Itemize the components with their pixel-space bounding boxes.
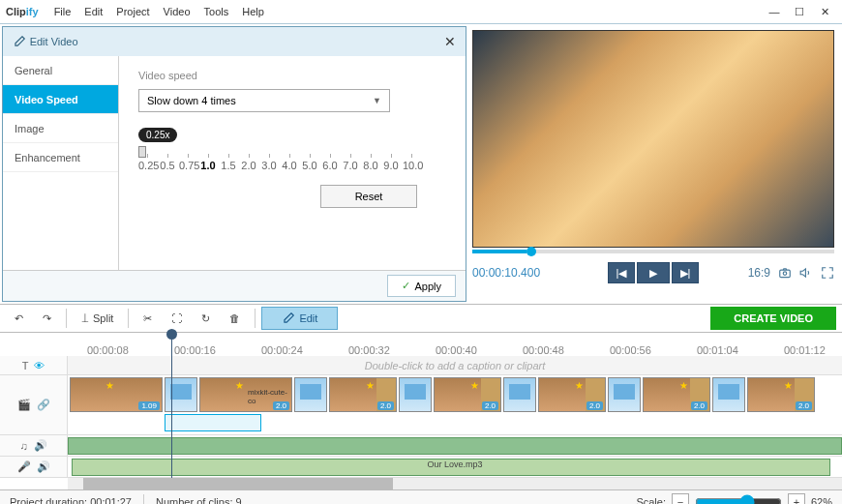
menu-tools[interactable]: Tools	[204, 6, 229, 17]
edit-video-panel: Edit Video ✕ General Video Speed Image E…	[2, 26, 466, 302]
menu-edit[interactable]: Edit	[84, 6, 103, 17]
time-ruler[interactable]: 00:00:08 00:00:16 00:00:24 00:00:32 00:0…	[0, 333, 842, 356]
video-track-icon: 🎬	[17, 399, 31, 411]
fullscreen-icon[interactable]	[821, 266, 834, 280]
crop-button[interactable]: ⛶	[163, 308, 191, 329]
edit-panel-title: Edit Video	[30, 36, 78, 47]
progress-thumb[interactable]	[526, 247, 536, 256]
clip-1[interactable]: ★1.09	[70, 377, 163, 412]
status-bar: Project duration: 00:01:27 Number of cli…	[0, 489, 842, 504]
dropdown-arrow-icon: ▼	[373, 96, 381, 105]
aspect-ratio[interactable]: 16:9	[748, 266, 770, 280]
tab-enhancement[interactable]: Enhancement	[3, 143, 118, 172]
menu-file[interactable]: File	[54, 6, 72, 17]
undo-button[interactable]: ↶	[6, 308, 32, 330]
text-track-icon: T	[22, 360, 29, 371]
menu-project[interactable]: Project	[116, 6, 149, 17]
split-button[interactable]: ⟘Split	[73, 308, 122, 330]
app-logo: Clipify	[6, 6, 39, 17]
audio-track-1: ♫🔊	[0, 435, 842, 457]
audio-track-2: 🎤🔊 Our Love.mp3	[0, 457, 842, 478]
visibility-icon[interactable]: 👁	[34, 360, 45, 371]
link-icon[interactable]: 🔗	[37, 399, 50, 411]
rotate-button[interactable]: ↻	[193, 308, 219, 330]
text-track: T 👁 Double-click to add a caption or cli…	[0, 356, 842, 375]
text-track-body[interactable]: Double-click to add a caption or clipart	[68, 356, 842, 374]
clips-label: Number of clips:	[156, 496, 232, 505]
redo-button[interactable]: ↷	[34, 308, 60, 330]
audio-clip-name: Our Love.mp3	[427, 460, 482, 469]
video-track-body[interactable]: ★1.09 ★mixkit-cute-co2.0 ★2.0 ★2.0 ★2.0 …	[68, 375, 842, 434]
video-preview[interactable]	[472, 30, 834, 248]
zoom-out-button[interactable]: −	[672, 493, 689, 505]
speed-slider[interactable]	[138, 146, 446, 158]
svg-rect-0	[780, 270, 791, 278]
clips-value: 9	[236, 496, 242, 505]
menu-video[interactable]: Video	[164, 6, 191, 17]
speaker-icon[interactable]: 🔊	[37, 460, 50, 473]
next-button[interactable]: ▶|	[672, 262, 699, 283]
tab-video-speed[interactable]: Video Speed	[3, 85, 118, 114]
maximize-button[interactable]: ☐	[788, 2, 811, 21]
speed-bubble: 0.25x	[138, 128, 177, 142]
apply-button[interactable]: ✓Apply	[387, 275, 456, 297]
speaker-icon[interactable]: 🔊	[34, 439, 47, 452]
close-window-button[interactable]: ✕	[813, 2, 836, 21]
close-panel-button[interactable]: ✕	[444, 34, 456, 49]
clip-6[interactable]: ★2.0	[643, 377, 710, 412]
check-icon: ✓	[402, 280, 410, 292]
audio2-body[interactable]: Our Love.mp3	[68, 457, 842, 477]
minimize-button[interactable]: —	[763, 2, 786, 21]
delete-button[interactable]: 🗑	[221, 308, 249, 329]
toolbar: ↶ ↷ ⟘Split ✂ ⛶ ↻ 🗑 Edit CREATE VIDEO	[0, 304, 842, 333]
zoom-in-button[interactable]: +	[788, 493, 805, 505]
play-button[interactable]: ▶	[637, 262, 670, 283]
transition-1[interactable]	[165, 377, 197, 412]
transition-4[interactable]	[503, 377, 536, 412]
menu-help[interactable]: Help	[242, 6, 264, 17]
video-speed-label: Video speed	[138, 70, 446, 81]
playhead[interactable]	[171, 333, 172, 478]
audio1-body[interactable]	[68, 435, 842, 456]
mic-track-icon: 🎤	[17, 460, 31, 473]
title-bar: Clipify File Edit Project Video Tools He…	[0, 0, 842, 23]
timeline: 00:00:08 00:00:16 00:00:24 00:00:32 00:0…	[0, 333, 842, 489]
camera-icon[interactable]	[778, 266, 792, 280]
edit-icon	[13, 35, 26, 48]
tab-image[interactable]: Image	[3, 114, 118, 143]
reset-button[interactable]: Reset	[320, 185, 417, 208]
video-track: 🎬 🔗 ★1.09 ★mixkit-cute-co2.0 ★2.0 ★2.0 ★…	[0, 375, 842, 435]
clip-5[interactable]: ★2.0	[538, 377, 606, 412]
timeline-scrollbar[interactable]	[68, 478, 842, 489]
duration-value: 00:01:27	[90, 496, 132, 505]
slider-scale: 0.250.50.751.01.52.03.04.05.06.07.08.09.…	[138, 160, 446, 171]
scale-value: 62%	[811, 496, 832, 505]
transition-5[interactable]	[608, 377, 641, 412]
svg-point-1	[783, 272, 787, 276]
menu-bar: File Edit Project Video Tools Help	[54, 6, 264, 17]
tab-general[interactable]: General	[3, 56, 118, 85]
clip-3[interactable]: ★2.0	[329, 377, 397, 412]
scale-label: Scale:	[636, 496, 666, 505]
preview-pane: 00:00:10.400 |◀ ▶ ▶| 16:9	[468, 24, 842, 304]
prev-button[interactable]: |◀	[608, 262, 635, 283]
selection-rect[interactable]	[165, 414, 261, 431]
volume-icon[interactable]	[799, 266, 813, 280]
duration-label: Project duration:	[10, 496, 87, 505]
slider-thumb[interactable]	[138, 146, 146, 158]
preview-timestamp: 00:00:10.400	[472, 266, 540, 280]
music-track-icon: ♫	[19, 440, 27, 452]
clip-7[interactable]: ★2.0	[747, 377, 815, 412]
cut-button[interactable]: ✂	[135, 308, 161, 330]
speed-select[interactable]: Slow down 4 times ▼	[138, 89, 390, 112]
clip-2[interactable]: ★mixkit-cute-co2.0	[199, 377, 292, 412]
progress-bar[interactable]	[472, 250, 834, 253]
transition-6[interactable]	[712, 377, 745, 412]
zoom-slider[interactable]	[695, 494, 782, 505]
create-video-button[interactable]: CREATE VIDEO	[710, 307, 836, 330]
clip-4[interactable]: ★2.0	[434, 377, 501, 412]
transition-2[interactable]	[294, 377, 327, 412]
transition-3[interactable]	[399, 377, 432, 412]
edit-button[interactable]: Edit	[261, 307, 338, 330]
speed-select-value: Slow down 4 times	[147, 95, 236, 106]
